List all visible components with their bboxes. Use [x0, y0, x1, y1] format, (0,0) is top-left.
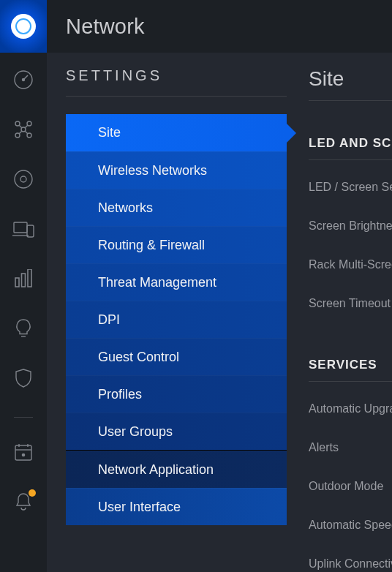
field-outdoor-mode: Outdoor Mode — [309, 480, 392, 493]
topology-icon[interactable] — [12, 118, 34, 140]
menu-item-label: Profiles — [98, 387, 142, 402]
field-uplink-connectivity: Uplink Connectivity Monitor — [309, 557, 392, 571]
dashboard-icon[interactable] — [12, 69, 34, 91]
settings-menu: Site Wireless Networks Networks Routing … — [66, 114, 287, 525]
app-title: Network — [66, 15, 145, 39]
field-screen-timeout: Screen Timeout — [309, 297, 392, 310]
menu-item-label: Networks — [98, 200, 153, 216]
notification-dot-icon — [29, 489, 36, 497]
target-icon[interactable] — [12, 168, 34, 190]
menu-item-threat-management[interactable]: Threat Management — [66, 263, 287, 301]
menu-item-label: Wireless Networks — [98, 163, 207, 178]
menu-item-site[interactable]: Site — [66, 114, 287, 151]
field-screen-brightness: Screen Brightness — [309, 219, 392, 233]
alerts-bell-icon[interactable] — [12, 491, 34, 513]
logo-circle-icon — [11, 14, 36, 39]
settings-column: SETTINGS Site Wireless Networks Networks… — [47, 53, 278, 572]
svg-rect-17 — [22, 274, 26, 287]
svg-point-11 — [15, 170, 32, 188]
menu-item-label: Guest Control — [98, 350, 179, 365]
shield-icon[interactable] — [12, 367, 34, 389]
events-icon[interactable] — [12, 441, 34, 463]
section-heading-led: LED AND SCREEN SETTINGS — [309, 136, 392, 160]
field-rack-multi-screen: Rack Multi-Screen Mounting — [309, 258, 392, 271]
page-title: Site — [309, 67, 392, 101]
menu-item-label: DPI — [98, 312, 120, 328]
menu-item-network-application[interactable]: Network Application — [66, 451, 287, 488]
svg-rect-20 — [15, 445, 31, 460]
svg-line-9 — [19, 131, 22, 134]
app-header: Network — [0, 0, 392, 53]
menu-item-wireless-networks[interactable]: Wireless Networks — [66, 151, 287, 189]
app-logo[interactable] — [0, 0, 47, 53]
menu-item-user-interface[interactable]: User Interface — [66, 488, 287, 525]
menu-item-label: User Groups — [98, 424, 173, 440]
svg-line-8 — [25, 125, 28, 128]
svg-point-1 — [23, 79, 25, 81]
statistics-icon[interactable] — [12, 268, 34, 290]
menu-item-label: Site — [98, 125, 121, 140]
svg-line-10 — [25, 131, 28, 134]
svg-point-12 — [20, 176, 26, 182]
svg-rect-16 — [15, 278, 19, 287]
menu-item-user-groups[interactable]: User Groups — [66, 413, 287, 450]
field-automatic-speed-test: Automatic Speed Test — [309, 519, 392, 532]
menu-item-guest-control[interactable]: Guest Control — [66, 338, 287, 375]
left-iconbar — [0, 53, 47, 572]
svg-rect-18 — [28, 269, 31, 287]
menu-item-dpi[interactable]: DPI — [66, 301, 287, 338]
logo-ring-icon — [15, 18, 31, 34]
menu-item-label: Network Application — [98, 462, 214, 478]
menu-item-label: User Interface — [98, 500, 181, 515]
menu-item-routing-firewall[interactable]: Routing & Firewall — [66, 226, 287, 263]
devices-icon[interactable] — [12, 218, 34, 240]
iconbar-divider — [14, 417, 33, 418]
field-automatic-upgrades: Automatic Upgrades — [309, 402, 392, 415]
menu-item-networks[interactable]: Networks — [66, 189, 287, 226]
field-led-screen: LED / Screen Settings — [309, 181, 392, 194]
menu-item-label: Threat Management — [98, 275, 216, 290]
field-alerts: Alerts — [309, 441, 392, 454]
svg-line-7 — [19, 125, 22, 128]
section-heading-services: SERVICES — [309, 358, 392, 382]
menu-item-profiles[interactable]: Profiles — [66, 375, 287, 413]
settings-heading: SETTINGS — [66, 67, 287, 97]
menu-item-label: Routing & Firewall — [98, 238, 205, 253]
svg-point-24 — [22, 454, 24, 456]
insights-icon[interactable] — [12, 317, 34, 339]
svg-rect-13 — [14, 222, 27, 233]
